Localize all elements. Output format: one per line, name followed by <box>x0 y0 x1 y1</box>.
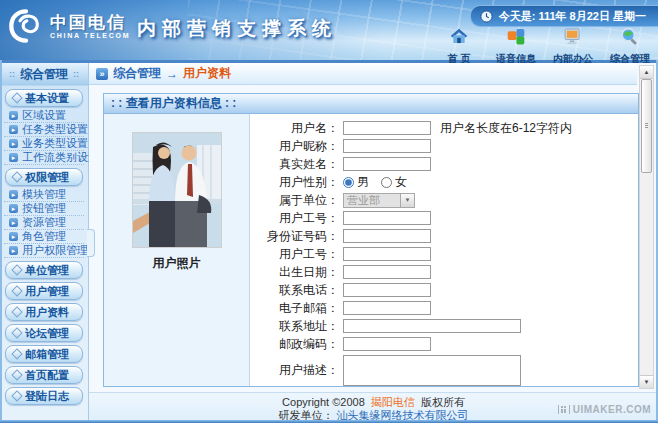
vertical-scrollbar[interactable]: ▲ ▼ <box>639 65 654 389</box>
radio-option[interactable]: 男 <box>343 174 369 191</box>
breadcrumb-parent[interactable]: 综合管理 <box>113 65 161 82</box>
uimaker-watermark: UIMAKER.COM <box>558 404 651 415</box>
text-input[interactable] <box>343 121 431 135</box>
nav-office-computer[interactable]: 内部办公 <box>549 26 597 66</box>
sidebar-link[interactable]: ▸区域设置 <box>4 109 84 123</box>
text-input[interactable] <box>343 337 431 351</box>
field-label: 用户描述： <box>263 362 339 379</box>
field-label: 出生日期： <box>263 264 339 281</box>
text-input[interactable] <box>343 157 431 171</box>
scroll-up-button[interactable]: ▲ <box>640 66 653 79</box>
field-label: 属于单位： <box>263 192 339 209</box>
form-row: 用户工号： <box>263 209 638 227</box>
home-icon <box>448 26 470 51</box>
chevron-down-icon: ▼ <box>400 194 414 207</box>
sidebar-section-label: 论坛管理 <box>25 326 69 341</box>
sidebar-link-label: 区域设置 <box>22 108 66 123</box>
scroll-down-button[interactable]: ▼ <box>640 375 653 388</box>
field-label: 用户性别： <box>263 174 339 191</box>
copyright-suffix: 版权所有 <box>421 396 465 408</box>
radio-label: 女 <box>395 174 407 191</box>
sidebar-collapse-handle[interactable] <box>87 229 95 257</box>
text-input[interactable] <box>343 139 431 153</box>
sidebar-link[interactable]: ▸资源管理 <box>4 216 84 230</box>
breadcrumb-arrow: → <box>166 67 178 81</box>
diamond-icon <box>11 369 22 380</box>
office-computer-icon <box>562 26 584 51</box>
left-frame-edge <box>0 60 2 423</box>
sidebar-section-label: 单位管理 <box>25 263 69 278</box>
sidebar-link-label: 模块管理 <box>22 187 66 202</box>
sidebar-section-button[interactable]: 用户资料 <box>5 303 83 321</box>
logo-text: 中国电信 CHINA TELECOM <box>50 13 130 39</box>
text-input[interactable] <box>343 283 431 297</box>
sidebar-link-label: 用户权限管理 <box>22 243 88 258</box>
diamond-icon <box>11 92 22 103</box>
sidebar-section-button[interactable]: 首页配置 <box>5 366 83 384</box>
text-input[interactable] <box>343 229 431 243</box>
sidebar-menu: 基本设置▸区域设置▸任务类型设置▸业务类型设置▸工作流类别设置权限管理▸模块管理… <box>0 89 88 405</box>
sidebar-link[interactable]: ▸模块管理 <box>4 188 84 202</box>
voice-cubes-icon <box>505 26 527 51</box>
sidebar-link[interactable]: ▸角色管理 <box>4 230 84 244</box>
nav-voice-cubes[interactable]: 语音信息 <box>492 26 540 66</box>
form-row: 出生日期： <box>263 263 638 281</box>
diamond-icon <box>11 306 22 317</box>
scroll-thumb-grip <box>645 123 648 124</box>
description-textarea[interactable] <box>343 355 521 386</box>
form-row: 用户昵称： <box>263 137 638 155</box>
user-form: 用户名：用户名长度在6-12字符内用户昵称：真实姓名：用户性别：男女属于单位：营… <box>250 114 638 386</box>
unit-select[interactable]: 营业部▼ <box>343 193 415 208</box>
decor-left: :: <box>9 69 15 79</box>
radio-option[interactable]: 女 <box>381 174 407 191</box>
uimaker-logo-icon <box>558 405 570 414</box>
breadcrumb: » 综合管理 → 用户资料 <box>89 63 637 85</box>
app-window: 中国电信 CHINA TELECOM 内部营销支撑系统 今天是: 111年 8月… <box>0 0 658 423</box>
sidebar-section-label: 权限管理 <box>25 170 69 185</box>
sidebar-section-button[interactable]: 权限管理 <box>5 168 83 186</box>
field-label: 联系电话： <box>263 282 339 299</box>
arrow-bullet-icon: ▸ <box>9 246 18 255</box>
admin-search-icon <box>619 26 641 51</box>
main-area: » 综合管理 → 用户资料 : : 查看用户资料信息 : : <box>89 63 658 423</box>
user-info-panel: : : 查看用户资料信息 : : <box>103 93 639 387</box>
date-display: 今天是: 111年 8月22日 星期一 <box>470 5 658 27</box>
nav-home[interactable]: 首 页 <box>435 26 483 66</box>
form-row: 邮政编码： <box>263 335 638 353</box>
text-input[interactable] <box>343 319 521 333</box>
arrow-bullet-icon: ▸ <box>9 232 18 241</box>
field-label: 邮政编码： <box>263 336 339 353</box>
sidebar-section-button[interactable]: 用户管理 <box>5 282 83 300</box>
sidebar-link[interactable]: ▸按钮管理 <box>4 202 84 216</box>
sidebar-link[interactable]: ▸业务类型设置 <box>4 137 84 151</box>
arrow-bullet-icon: ▸ <box>9 139 18 148</box>
text-input[interactable] <box>343 265 431 279</box>
sidebar-section-button[interactable]: 登陆日志 <box>5 387 83 405</box>
copyright-org: 揭阳电信 <box>371 396 415 408</box>
diamond-icon <box>11 327 22 338</box>
breadcrumb-current: 用户资料 <box>183 65 231 82</box>
sidebar-section-button[interactable]: 邮箱管理 <box>5 345 83 363</box>
arrow-bullet-icon: ▸ <box>9 190 18 199</box>
sidebar-link-label: 任务类型设置 <box>22 122 88 137</box>
field-label: 联系地址： <box>263 318 339 335</box>
header-banner: 中国电信 CHINA TELECOM 内部营销支撑系统 今天是: 111年 8月… <box>0 0 658 63</box>
sidebar-link[interactable]: ▸工作流类别设置 <box>4 151 84 165</box>
diamond-icon <box>11 171 22 182</box>
sidebar-link[interactable]: ▸任务类型设置 <box>4 123 84 137</box>
text-input[interactable] <box>343 211 431 225</box>
user-photo <box>132 132 222 248</box>
logo-cn: 中国电信 <box>50 13 130 32</box>
nav-admin-search[interactable]: 综合管理 <box>606 26 654 66</box>
radio-button[interactable] <box>381 177 392 188</box>
scroll-thumb[interactable] <box>641 79 652 173</box>
sidebar-section-button[interactable]: 单位管理 <box>5 261 83 279</box>
diamond-icon <box>11 348 22 359</box>
sidebar-section-button[interactable]: 论坛管理 <box>5 324 83 342</box>
form-row: 联系地址： <box>263 317 638 335</box>
radio-button[interactable] <box>343 177 354 188</box>
text-input[interactable] <box>343 247 431 261</box>
sidebar-section-button[interactable]: 基本设置 <box>5 89 83 107</box>
sidebar-link[interactable]: ▸用户权限管理 <box>4 244 84 258</box>
text-input[interactable] <box>343 301 431 315</box>
